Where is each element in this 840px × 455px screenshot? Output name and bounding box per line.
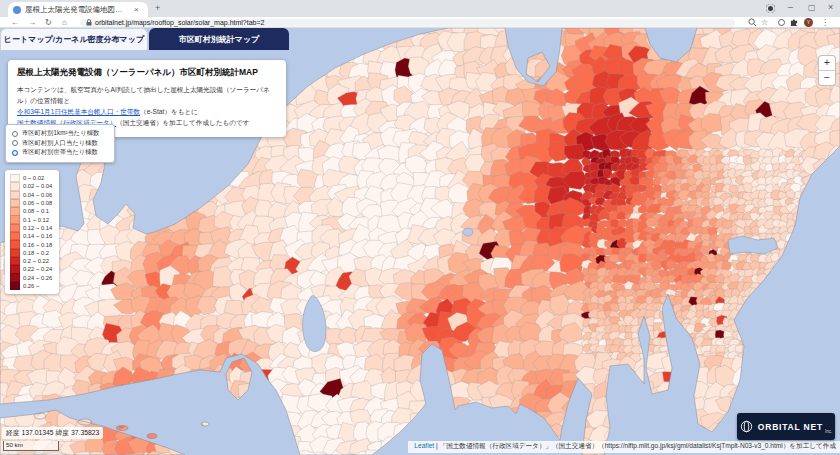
legend-swatch bbox=[10, 215, 20, 224]
legend-swatch bbox=[10, 199, 20, 208]
legend-range-label: 0.02 ~ 0.04 bbox=[23, 183, 52, 189]
legend-range-label: 0.2 ~ 0.22 bbox=[23, 258, 49, 264]
radio-per-household[interactable]: 市区町村別世帯当たり棟数 bbox=[12, 148, 108, 158]
legend-swatch bbox=[10, 240, 20, 249]
radio-button-icon[interactable] bbox=[12, 140, 18, 146]
logo-suffix: Inc. bbox=[825, 429, 832, 434]
url-text: orbitalnet.jp/maps/rooftop_solar/solar_m… bbox=[95, 19, 264, 27]
legend-range-label: 0.06 ~ 0.08 bbox=[23, 200, 52, 206]
browser-tab[interactable]: 屋根上太陽光発電設備地図サービ × bbox=[8, 2, 148, 17]
window-minimize-button[interactable]: – bbox=[788, 3, 793, 12]
info-line2-suffix: （e-Stat）をもとに bbox=[140, 108, 198, 115]
legend-item: 0.14 ~ 0.16 bbox=[10, 232, 54, 240]
legend-range-label: 0.1 ~ 0.12 bbox=[23, 217, 49, 223]
zoom-lens-icon[interactable] bbox=[748, 18, 757, 27]
url-bar[interactable]: orbitalnet.jp/maps/rooftop_solar/solar_m… bbox=[80, 19, 735, 28]
tab-heatmap-kernel[interactable]: ヒートマップ/カーネル密度分布マップ bbox=[0, 28, 148, 50]
legend-swatch bbox=[10, 224, 20, 233]
attribution: Leaflet | 「国土数値情報（行政区域データ）」（国土交通省）（https… bbox=[408, 441, 840, 453]
update-indicator-icon[interactable] bbox=[766, 4, 775, 13]
legend: 0 ~ 0.020.02 ~ 0.040.04 ~ 0.060.06 ~ 0.0… bbox=[5, 170, 59, 294]
leaflet-link[interactable]: Leaflet bbox=[414, 442, 434, 449]
legend-swatch bbox=[10, 265, 20, 274]
coordinate-readout: 経度 137.01345 緯度 37.35823 bbox=[2, 427, 103, 439]
tab-municipality-stats[interactable]: 市区町村別統計マップ bbox=[149, 28, 289, 50]
legend-item: 0.16 ~ 0.18 bbox=[10, 240, 54, 248]
legend-item: 0.08 ~ 0.1 bbox=[10, 207, 54, 215]
legend-range-label: 0.14 ~ 0.16 bbox=[23, 233, 52, 239]
tab-close-icon[interactable]: × bbox=[134, 6, 139, 14]
new-tab-button[interactable]: + bbox=[155, 4, 160, 13]
legend-swatch bbox=[10, 174, 20, 183]
forward-icon[interactable]: → bbox=[28, 18, 36, 27]
menu-dots-icon[interactable]: ⋮ bbox=[821, 18, 829, 27]
radio-button-icon-selected[interactable] bbox=[12, 150, 18, 156]
legend-swatch bbox=[10, 182, 20, 191]
legend-swatch bbox=[10, 273, 20, 282]
radio-per-km2[interactable]: 市区町村別1km²当たり棟数 bbox=[12, 129, 108, 139]
legend-range-label: 0.16 ~ 0.18 bbox=[23, 242, 52, 248]
home-icon[interactable]: ⌂ bbox=[62, 18, 67, 27]
radio-label: 市区町村別1km²当たり棟数 bbox=[22, 129, 99, 138]
radio-per-population[interactable]: 市区町村別人口当たり棟数 bbox=[12, 139, 108, 149]
attribution-text: 「国土数値情報（行政区域データ）」（国土交通省）（https://nlftp.m… bbox=[440, 442, 836, 449]
radio-label: 市区町村別人口当たり棟数 bbox=[22, 139, 98, 148]
window-maximize-button[interactable]: ▢ bbox=[808, 3, 816, 12]
legend-item: 0.2 ~ 0.22 bbox=[10, 257, 54, 265]
legend-range-label: 0.08 ~ 0.1 bbox=[23, 208, 49, 214]
logo-text: ORBITAL NET bbox=[758, 422, 823, 432]
orbital-globe-icon bbox=[740, 420, 753, 433]
legend-range-label: 0.22 ~ 0.24 bbox=[23, 266, 52, 272]
legend-swatch bbox=[10, 257, 20, 266]
legend-item: 0.18 ~ 0.2 bbox=[10, 249, 54, 257]
lake-suwa bbox=[463, 228, 473, 236]
bookmark-star-icon[interactable]: ☆ bbox=[761, 18, 768, 27]
radio-label: 市区町村別世帯当たり棟数 bbox=[22, 148, 98, 157]
orbital-net-logo: ORBITAL NET Inc. bbox=[737, 413, 835, 440]
legend-swatch bbox=[10, 207, 20, 216]
extensions-puzzle-icon[interactable] bbox=[790, 18, 799, 27]
legend-range-label: 0.18 ~ 0.2 bbox=[23, 250, 49, 256]
legend-range-label: 0.12 ~ 0.14 bbox=[23, 225, 52, 231]
browser-tab-strip: 屋根上太陽光発電設備地図サービ × + – ▢ × bbox=[0, 0, 840, 17]
legend-item: 0 ~ 0.02 bbox=[10, 174, 54, 182]
zoom-in-button[interactable]: + bbox=[819, 56, 835, 71]
legend-range-label: 0.04 ~ 0.06 bbox=[23, 192, 52, 198]
zoom-out-button[interactable]: − bbox=[819, 71, 835, 85]
legend-item: 0.22 ~ 0.24 bbox=[10, 265, 54, 273]
legend-item: 0.26 ~ bbox=[10, 282, 54, 290]
lake-kasumigaura bbox=[728, 236, 778, 254]
browser-window: 屋根上太陽光発電設備地図サービ × + – ▢ × ← → ↻ ⌂ orbita… bbox=[0, 0, 840, 455]
back-icon[interactable]: ← bbox=[11, 18, 19, 27]
zoom-control: + − bbox=[818, 55, 836, 86]
legend-swatch bbox=[10, 282, 20, 291]
legend-item: 0.02 ~ 0.04 bbox=[10, 182, 54, 190]
lock-icon bbox=[86, 19, 92, 26]
profile-circle-icon[interactable] bbox=[778, 19, 785, 26]
page-title: 屋根上太陽光発電設備（ソーラーパネル）市区町村別統計MAP bbox=[17, 67, 277, 79]
legend-range-label: 0 ~ 0.02 bbox=[23, 175, 44, 181]
browser-tab-title: 屋根上太陽光発電設備地図サービ bbox=[25, 5, 130, 15]
info-description: 本コンテンツは、航空写真からAI判読して抽出した屋根上太陽光設備（ソーラーパネル… bbox=[17, 85, 277, 129]
legend-range-label: 0.26 ~ bbox=[23, 283, 39, 289]
legend-item: 0.12 ~ 0.14 bbox=[10, 224, 54, 232]
info-line3-suffix: （国土交通省）を加工して作成したものです bbox=[116, 119, 249, 126]
info-line1: 本コンテンツは、航空写真からAI判読して抽出した屋根上太陽光設備（ソーラーパネル… bbox=[17, 86, 270, 104]
metric-radio-panel: 市区町村別1km²当たり棟数 市区町村別人口当たり棟数 市区町村別世帯当たり棟数 bbox=[5, 124, 115, 163]
radio-button-icon[interactable] bbox=[12, 131, 18, 137]
avatar[interactable]: Y bbox=[804, 18, 813, 27]
legend-item: 0.1 ~ 0.12 bbox=[10, 215, 54, 223]
legend-swatch bbox=[10, 232, 20, 241]
legend-swatch bbox=[10, 249, 20, 258]
legend-range-label: 0.24 ~ 0.26 bbox=[23, 275, 52, 281]
window-close-button[interactable]: × bbox=[828, 3, 833, 12]
legend-item: 0.06 ~ 0.08 bbox=[10, 199, 54, 207]
scale-bar: 50 km bbox=[3, 441, 59, 451]
legend-item: 0.04 ~ 0.06 bbox=[10, 191, 54, 199]
legend-item: 0.24 ~ 0.26 bbox=[10, 274, 54, 282]
favicon bbox=[13, 6, 21, 14]
estat-link[interactable]: 令和3年1月1日住民基本台帳人口・世帯数 bbox=[17, 108, 140, 115]
reload-icon[interactable]: ↻ bbox=[45, 18, 52, 27]
legend-swatch bbox=[10, 191, 20, 200]
